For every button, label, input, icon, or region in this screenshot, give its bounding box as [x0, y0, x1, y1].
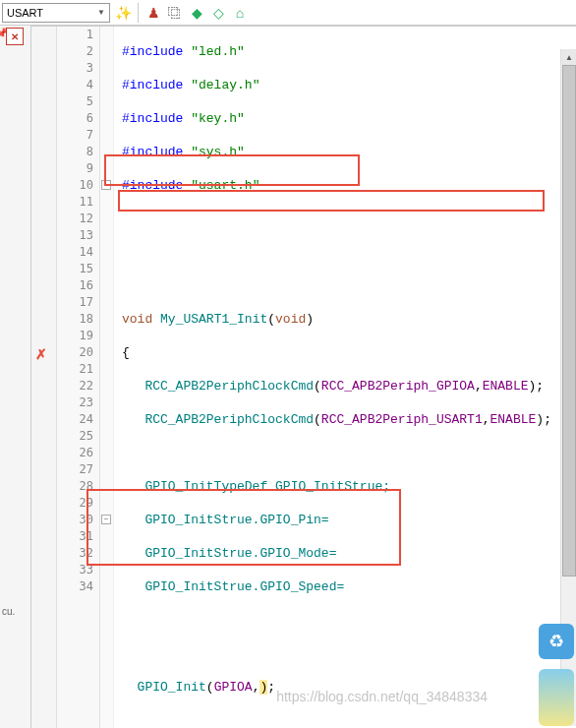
line-number: 31	[57, 528, 93, 545]
side-label: cu.	[2, 606, 15, 617]
separator	[138, 3, 139, 23]
fold-column: − −	[100, 27, 114, 728]
scroll-up-icon[interactable]: ▲	[561, 49, 576, 65]
line-number: 26	[57, 445, 93, 461]
line-number: 10	[57, 177, 93, 194]
line-number: 15	[57, 261, 93, 277]
line-number: 14	[57, 244, 93, 261]
chevron-down-icon: ▼	[97, 8, 105, 17]
left-panel: 📌 ✕ cu.	[0, 26, 31, 728]
line-number: 32	[57, 545, 93, 562]
home-icon[interactable]: ⌂	[231, 4, 249, 22]
code-editor[interactable]: #include "led.h" #include "delay.h" #inc…	[114, 27, 576, 728]
fold-toggle[interactable]: −	[101, 515, 111, 524]
line-number: 17	[57, 294, 93, 311]
symbol-combo[interactable]: USART ▼	[2, 3, 110, 23]
workspace: 📌 ✕ cu. main.c* stm32f10x_gpio.h × stm32…	[0, 26, 576, 728]
line-number: 21	[57, 361, 93, 378]
line-number: 3	[57, 60, 93, 77]
line-number: 6	[57, 110, 93, 127]
line-number: 7	[57, 127, 93, 144]
wand-icon[interactable]: ✨	[114, 4, 132, 22]
line-number: 33	[57, 562, 93, 578]
line-number: 23	[57, 394, 93, 411]
line-number: 34	[57, 578, 93, 595]
line-number: 13	[57, 227, 93, 244]
line-number: 20	[57, 344, 93, 361]
error-icon: ✗	[35, 346, 47, 362]
diamond-outline-icon[interactable]: ◇	[209, 4, 227, 22]
line-number: 28	[57, 478, 93, 495]
line-number: 25	[57, 428, 93, 445]
line-number: 19	[57, 328, 93, 344]
line-gutter: 1234567891011121314151617181920212223242…	[57, 27, 100, 728]
line-number: 9	[57, 160, 93, 177]
line-number: 18	[57, 311, 93, 328]
scrollbar-thumb[interactable]	[562, 65, 576, 576]
watermark: https://blog.csdn.net/qq_34848334	[276, 689, 488, 704]
combo-value: USART	[7, 7, 43, 19]
line-number: 24	[57, 411, 93, 428]
line-number: 4	[57, 77, 93, 93]
copy-icon[interactable]: ⿻	[166, 4, 184, 22]
fold-toggle[interactable]: −	[101, 180, 111, 190]
editor-area: main.c* stm32f10x_gpio.h × stm32f10x.h ×…	[31, 26, 576, 728]
share-widget[interactable]: ♻	[539, 624, 574, 659]
line-number: 2	[57, 43, 93, 60]
line-number: 22	[57, 378, 93, 394]
line-number: 8	[57, 144, 93, 160]
line-number: 16	[57, 277, 93, 294]
line-number: 30	[57, 512, 93, 528]
line-number: 5	[57, 93, 93, 110]
diamond-green-icon[interactable]: ◆	[188, 4, 205, 22]
scenery-widget[interactable]	[539, 669, 574, 726]
toolbar: USART ▼ ✨ ♟ ⿻ ◆ ◇ ⌂	[0, 0, 576, 26]
line-number: 12	[57, 211, 93, 227]
margin-column: ✗	[31, 27, 57, 728]
person-icon[interactable]: ♟	[144, 4, 162, 22]
line-number: 1	[57, 27, 93, 43]
line-number: 11	[57, 194, 93, 211]
line-number: 29	[57, 495, 93, 512]
close-panel-button[interactable]: ✕	[6, 28, 24, 45]
code-container: ✗ 12345678910111213141516171819202122232…	[31, 27, 576, 728]
line-number: 27	[57, 461, 93, 478]
